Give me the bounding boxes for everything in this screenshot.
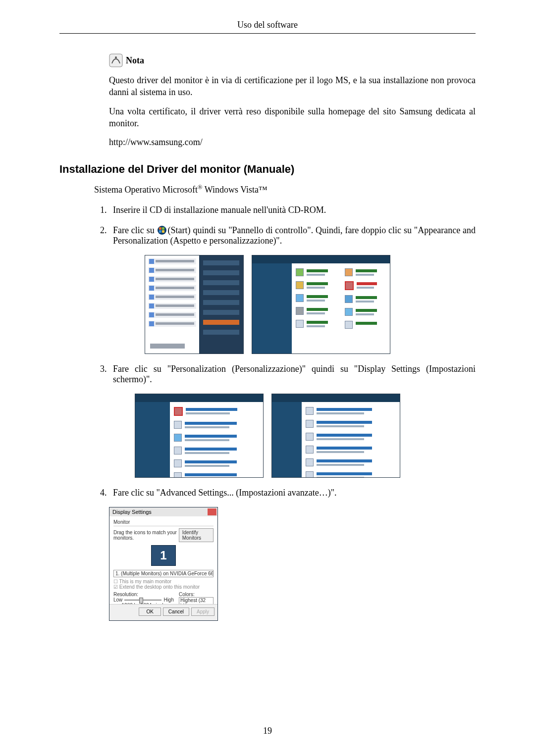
close-icon[interactable] [208, 508, 216, 515]
step-1: Inserire il CD di installazione manuale … [109, 205, 476, 215]
monitor-select-dropdown[interactable]: 1. (Multiple Monitors) on NVIDIA GeForce… [113, 570, 214, 577]
os-line-prefix: Sistema Operativo Microsoft [94, 185, 198, 195]
ds-drag-text: Drag the icons to match your monitors. [113, 530, 179, 541]
ds-title: Display Settings [112, 509, 152, 515]
svg-point-1 [115, 56, 117, 58]
main-monitor-checkbox[interactable]: This is my main monitor [119, 579, 172, 584]
note-label: Nota [126, 55, 144, 66]
cancel-button[interactable]: Cancel [163, 607, 189, 616]
section-heading-manual-install: Installazione del Driver del monitor (Ma… [59, 163, 476, 176]
step-3: Fare clic su "Personalization (Personali… [109, 364, 476, 385]
os-line: Sistema Operativo Microsoft® Windows Vis… [94, 184, 476, 195]
step-4: Fare clic su "Advanced Settings... (Impo… [109, 488, 476, 498]
svg-rect-0 [109, 54, 122, 67]
apply-button[interactable]: Apply [191, 607, 214, 616]
step-2-text-a: Fare clic su [113, 225, 157, 235]
start-button-icon [157, 225, 168, 235]
screenshot-appearance-panel [135, 394, 264, 478]
colors-label: Colors: [179, 592, 214, 597]
screenshot-control-panel-home [252, 255, 390, 354]
step-2: Fare clic su (Start) quindi su "Pannello… [109, 225, 476, 246]
os-line-suffix: Windows Vista™ [203, 185, 268, 195]
resolution-slider[interactable] [124, 600, 161, 601]
page-header: Uso del software [59, 20, 476, 30]
slider-high: High [163, 597, 174, 603]
screenshot-start-menu [145, 255, 244, 354]
divider [59, 33, 476, 34]
identify-monitors-button[interactable]: Identify Monitors [179, 528, 214, 542]
ds-tab-monitor[interactable]: Monitor [113, 519, 214, 526]
svg-rect-5 [159, 230, 161, 233]
page-number: 19 [0, 726, 535, 736]
svg-rect-3 [159, 227, 161, 230]
screenshot-display-settings: Display Settings Monitor Drag the icons … [109, 507, 218, 621]
note-icon [109, 53, 123, 67]
svg-rect-6 [162, 230, 164, 233]
step-2-text-b: (Start) quindi su "Pannello di controllo… [113, 225, 476, 246]
ok-button[interactable]: OK [139, 607, 160, 616]
resolution-label: Resolution: [113, 592, 174, 597]
note-paragraph-1: Questo driver del monitor è in via di ce… [109, 74, 476, 99]
monitor-preview-icon: 1 [151, 545, 176, 566]
slider-low: Low [113, 597, 122, 603]
svg-rect-4 [162, 227, 164, 230]
extend-desktop-checkbox[interactable]: Extend the desktop onto this monitor [119, 584, 200, 590]
note-paragraph-2: Una volta certificato, il driver verrà r… [109, 105, 476, 130]
note-url: http://www.samsung.com/ [109, 136, 476, 148]
screenshot-personalization-panel [271, 394, 400, 478]
